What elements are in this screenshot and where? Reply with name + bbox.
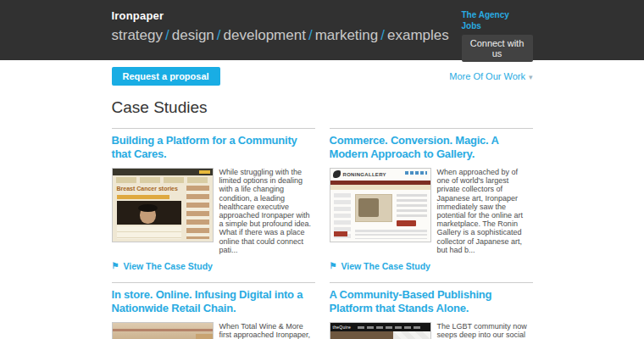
case-study-media: Discover When Total Wine & More first ap… [112,322,315,339]
thumb-filter-sidebar [334,193,351,238]
request-proposal-button[interactable]: Request a proposal [112,67,220,86]
thumb-comments-list [117,226,181,239]
thumb-navbar [116,177,209,183]
case-study-card-retail: In store. Online. Infusing Digital into … [112,282,315,339]
thumb-site-menu [358,326,420,329]
flag-icon: ⚑ [330,262,337,270]
case-study-thumbnail-publishing[interactable]: theQuire Welcome to theQuire [330,322,431,339]
thumb-social-icons [405,171,427,175]
case-study-thumbnail-retail[interactable]: Discover [112,322,214,339]
view-link-label: View The Case Study [123,261,212,271]
case-study-media: Breast Cancer stories While struggling w… [112,168,315,254]
nav-separator: / [380,27,385,43]
thumb-gallery-logo-mark [333,170,341,178]
case-study-thumbnail-healthcare[interactable]: Breast Cancer stories [112,168,214,242]
more-of-our-work-link[interactable]: More Of Our Work▾ [449,71,532,81]
link-jobs[interactable]: Jobs [462,20,533,31]
case-study-media: RONINGALLERY When approached by of one o… [330,168,533,254]
nav-item-development[interactable]: development [224,27,306,43]
nav-separator: / [165,27,169,43]
thumb-product-details [397,194,427,218]
case-studies-grid: Building a Platform for a Community that… [112,128,533,339]
flag-icon: ⚑ [112,262,119,270]
thumb-artwork-image [355,194,392,222]
view-link-label: View The Case Study [341,261,430,271]
connect-with-us-button[interactable]: Connect with us [462,35,533,62]
thumb-group-photo [330,331,393,339]
thumb-site-header: theQuire [330,323,430,331]
nav-separator: / [308,27,313,43]
thumb-gallery-logo-text: RONINGALLERY [343,172,386,177]
thumb-footer-text [355,230,427,239]
view-case-study-link[interactable]: ⚑ View The Case Study [330,261,533,271]
toolbar: Request a proposal More Of Our Work▾ [112,67,533,86]
main-content: Request a proposal More Of Our Work▾ Cas… [112,67,533,339]
header-right: The Agency Jobs Connect with us [462,9,533,62]
thumb-topbar [113,169,213,175]
case-study-excerpt: When approached by of one of world's lar… [437,168,533,254]
page-title: Case Studies [112,98,533,117]
case-study-excerpt: The LGBT community now seeps deep into o… [437,322,533,339]
thumb-view-detail-button [397,220,416,226]
nav-item-marketing[interactable]: marketing [315,27,379,43]
link-the-agency[interactable]: The Agency [462,9,533,20]
case-study-card-healthcare: Building a Platform for a Community that… [112,128,315,271]
nav-item-design[interactable]: design [172,27,214,43]
case-study-media: theQuire Welcome to theQuire The LGBT co… [330,322,533,339]
site-header: Ironpaper strategy/design/development/ma… [0,0,644,60]
thumb-welcome-panel: Welcome to theQuire [393,331,430,339]
thumb-sub-label [117,195,169,199]
view-case-study-link[interactable]: ⚑ View The Case Study [112,261,315,271]
case-study-thumbnail-gallery[interactable]: RONINGALLERY [330,168,431,242]
case-study-title[interactable]: Commerce. Conversion. Magic. A Modern Ap… [330,134,533,161]
thumb-heading: Breast Cancer stories [117,186,178,192]
case-study-title[interactable]: Building a Platform for a Community that… [112,134,315,161]
case-study-card-gallery: Commerce. Conversion. Magic. A Modern Ap… [330,128,533,271]
thumb-sidebar-list [186,186,209,239]
thumb-shelf-pillar [196,334,213,339]
case-study-excerpt: While struggling with the limited option… [219,168,315,254]
case-study-title[interactable]: In store. Online. Infusing Digital into … [112,288,315,315]
nav-item-strategy[interactable]: strategy [112,27,163,43]
nav-separator: / [217,27,221,43]
more-of-our-work-label: More Of Our Work [449,71,525,81]
case-study-title[interactable]: A Community-Based Publishing Platform th… [330,288,533,315]
nav-item-examples[interactable]: examples [387,27,449,43]
thumb-person-face [140,206,156,224]
thumb-ceiling-beam [113,329,213,331]
thumb-site-logo: theQuire [333,325,352,330]
thumb-banner-strip [330,185,430,190]
chevron-down-icon: ▾ [529,73,533,81]
case-study-excerpt: When Total Wine & More first approached … [219,322,315,339]
thumb-video-player [117,201,181,225]
case-study-card-publishing: A Community-Based Publishing Platform th… [330,282,533,339]
